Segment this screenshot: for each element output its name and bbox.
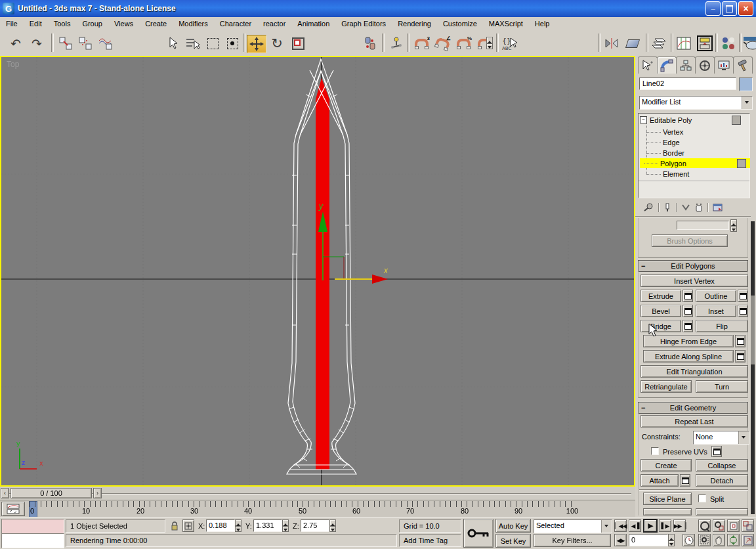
tab-display[interactable] — [714, 56, 734, 74]
menu-maxscript[interactable]: MAXScript — [483, 18, 529, 29]
insert-vertex-button[interactable]: Insert Vertex — [640, 274, 748, 287]
stack-item-vertex[interactable]: Vertex — [642, 127, 747, 137]
key-mode-toggle-button[interactable]: ◀▶ — [614, 534, 627, 546]
maxscript-mini-listener-pink[interactable] — [1, 519, 64, 534]
modifier-list-dropdown[interactable]: Modifier List — [639, 96, 753, 110]
select-and-move-button[interactable] — [247, 35, 266, 53]
redo-button[interactable]: ↷ — [28, 35, 46, 52]
dropdown-arrow-icon[interactable] — [742, 97, 752, 109]
previous-frame-button[interactable]: ◀▐ — [629, 519, 641, 532]
unlink-selection-button[interactable] — [76, 35, 94, 52]
zoom-extents-all-button[interactable] — [742, 519, 754, 532]
use-pivot-point-center-button[interactable] — [361, 35, 379, 52]
zoom-extents-button[interactable] — [727, 519, 740, 532]
restore-button[interactable] — [722, 1, 737, 16]
select-and-manipulate-button[interactable] — [387, 35, 406, 52]
zoom-all-button[interactable] — [713, 519, 725, 532]
menu-group[interactable]: Group — [76, 18, 108, 29]
key-filter-scope-dropdown[interactable]: Selected — [534, 519, 612, 533]
edit-triangulation-button[interactable]: Edit Triangulation — [640, 365, 748, 378]
schematic-view-button[interactable] — [696, 35, 714, 52]
menu-modifiers[interactable]: Modifiers — [173, 18, 214, 29]
percent-snap-button[interactable]: % — [454, 35, 472, 52]
material-editor-button[interactable] — [719, 35, 738, 52]
menu-rendering[interactable]: Rendering — [392, 18, 437, 29]
panel-scrollbar-thumb[interactable] — [751, 296, 755, 364]
next-frame-button[interactable]: ▌▶ — [659, 519, 671, 532]
menu-customize[interactable]: Customize — [437, 18, 483, 29]
rectangular-selection-region-button[interactable] — [203, 35, 222, 52]
tab-motion[interactable] — [695, 56, 715, 74]
align-button[interactable] — [623, 35, 642, 52]
hinge-settings-button[interactable] — [735, 335, 746, 347]
menu-edit[interactable]: Edit — [24, 18, 48, 29]
minimize-button[interactable] — [705, 1, 721, 16]
hinge-from-edge-button[interactable]: Hinge From Edge — [643, 335, 734, 347]
next-frame-arrow-button[interactable]: › — [93, 488, 102, 498]
extrude-along-spline-settings-button[interactable] — [735, 350, 746, 362]
stack-onoff-icon[interactable] — [732, 116, 741, 125]
tab-modify[interactable] — [657, 56, 677, 74]
select-by-name-button[interactable] — [184, 35, 202, 52]
attach-button[interactable]: Attach — [640, 474, 679, 487]
select-and-rotate-button[interactable]: ↻ — [268, 35, 286, 52]
stack-item-polygon-selected[interactable]: Polygon — [640, 158, 750, 168]
bevel-button[interactable]: Bevel — [640, 305, 681, 317]
set-key-mode-button[interactable] — [463, 519, 494, 548]
remove-modifier-button[interactable] — [695, 203, 703, 212]
tab-create[interactable] — [638, 56, 658, 74]
outline-settings-button[interactable] — [738, 290, 748, 302]
bridge-settings-button[interactable] — [682, 320, 693, 332]
menu-file[interactable]: File — [0, 18, 24, 29]
select-object-button[interactable] — [164, 35, 182, 52]
retriangulate-button[interactable]: Retriangulate — [640, 380, 692, 393]
arc-rotate-button[interactable] — [727, 534, 740, 546]
zoom-button[interactable] — [698, 519, 711, 532]
constraints-dropdown[interactable]: None — [693, 431, 749, 445]
tab-hierarchy[interactable] — [676, 56, 696, 74]
menu-views[interactable]: Views — [108, 18, 139, 29]
extrude-along-spline-button[interactable]: Extrude Along Spline — [643, 350, 734, 362]
z-spinner[interactable] — [329, 519, 336, 532]
edit-polygons-rollout-header[interactable]: − Edit Polygons — [638, 260, 748, 272]
extrude-settings-button[interactable] — [682, 290, 693, 302]
undo-button[interactable]: ↶ — [7, 35, 25, 52]
inset-button[interactable]: Inset — [696, 305, 736, 317]
attach-settings-button[interactable] — [680, 474, 690, 487]
bind-to-space-warp-button[interactable] — [96, 35, 114, 52]
flip-button[interactable]: Flip — [696, 320, 748, 332]
render-scene-button[interactable] — [743, 35, 756, 52]
make-unique-button[interactable] — [681, 204, 690, 211]
bevel-settings-button[interactable] — [682, 305, 693, 317]
collapse-box-icon[interactable]: − — [640, 116, 647, 123]
detach-button[interactable]: Detach — [696, 474, 748, 487]
stack-onoff-icon[interactable] — [737, 159, 746, 168]
menu-graph-editors[interactable]: Graph Editors — [335, 18, 392, 29]
viewport-top[interactable]: Top — [0, 56, 635, 487]
menu-help[interactable]: Help — [529, 18, 556, 29]
slice-plane-button[interactable]: Slice Plane — [643, 493, 692, 505]
z-coordinate-field[interactable]: 2.75 — [301, 519, 329, 532]
close-button[interactable] — [738, 1, 753, 16]
preserve-uvs-checkbox[interactable] — [651, 447, 659, 455]
angle-snap-button[interactable]: ∠ — [433, 35, 452, 52]
time-slider-handle[interactable]: 0 / 100 — [10, 488, 92, 498]
outline-button[interactable]: Outline — [696, 290, 736, 302]
viewport-label[interactable]: Top — [7, 60, 19, 69]
window-crossing-toggle-button[interactable] — [223, 35, 242, 52]
go-to-start-button[interactable]: ▏◀◀ — [614, 519, 627, 532]
go-to-end-button[interactable]: ▶▶▕ — [673, 519, 686, 532]
stack-item-border[interactable]: Border — [642, 148, 747, 158]
play-button[interactable]: ▶ — [643, 519, 658, 533]
selection-lock-toggle-button[interactable] — [168, 519, 180, 532]
preserve-uvs-settings-button[interactable] — [711, 446, 722, 457]
menu-animation[interactable]: Animation — [291, 18, 335, 29]
title-bar[interactable]: G Untitled - 3ds max 7 - Stand-alone Lic… — [0, 0, 756, 17]
min-max-toggle-button[interactable] — [742, 534, 754, 546]
x-coordinate-field[interactable]: 0.188 — [206, 519, 235, 532]
object-name-field[interactable]: Line02 — [639, 77, 736, 90]
mirror-button[interactable] — [602, 35, 621, 52]
split-checkbox[interactable] — [698, 494, 706, 502]
menu-tools[interactable]: Tools — [48, 18, 77, 29]
repeat-last-button[interactable]: Repeat Last — [640, 415, 748, 428]
